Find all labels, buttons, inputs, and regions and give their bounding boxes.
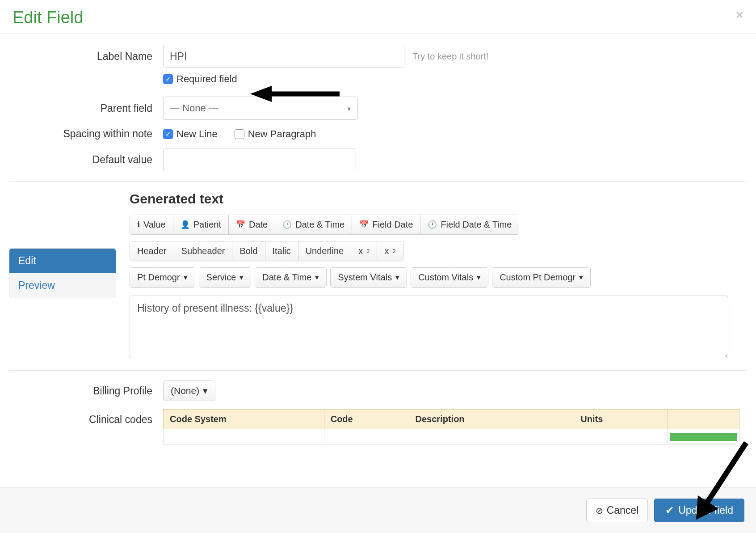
new-paragraph-checkbox[interactable]: [235, 129, 244, 139]
generated-text-heading: Generated text: [130, 191, 747, 207]
format-subheader-button[interactable]: Subheader: [174, 241, 232, 261]
billing-profile-dropdown[interactable]: (None) ▾: [163, 381, 215, 401]
add-code-button[interactable]: [670, 433, 737, 441]
caret-down-icon: ▾: [203, 385, 208, 396]
new-line-checkbox[interactable]: ✓: [163, 129, 173, 139]
parent-field-select[interactable]: — None — ∨: [163, 97, 358, 120]
billing-profile-label: Billing Profile: [9, 385, 163, 397]
cancel-button[interactable]: ⊘ Cancel: [586, 499, 648, 522]
label-name-label: Label Name: [9, 51, 163, 63]
custom-pt-demogr-dropdown[interactable]: Custom Pt Demogr ▾: [492, 267, 591, 288]
default-value-input[interactable]: [163, 148, 356, 171]
label-name-help: Try to keep it short!: [412, 51, 488, 62]
generated-text-textarea[interactable]: [130, 296, 728, 358]
table-row: [164, 429, 739, 444]
format-bold-button[interactable]: Bold: [232, 241, 265, 261]
format-superscript-button[interactable]: x2: [377, 241, 403, 261]
caret-down-icon: ▾: [579, 273, 583, 282]
caret-down-icon: ▾: [315, 273, 319, 282]
caret-down-icon: ▾: [239, 273, 244, 282]
clock-icon: 🕐: [282, 220, 292, 229]
format-subscript-button[interactable]: x2: [351, 241, 377, 261]
calendar-icon: 📅: [236, 220, 245, 229]
clock-icon: 🕐: [428, 220, 437, 229]
cancel-icon: ⊘: [596, 505, 603, 516]
default-value-label: Default value: [9, 154, 163, 166]
col-units: Units: [574, 410, 668, 429]
calendar-icon: 📅: [359, 220, 369, 229]
required-field-label: Required field: [176, 73, 237, 85]
insert-date-button[interactable]: 📅Date: [228, 215, 275, 235]
caret-down-icon: ▾: [477, 273, 481, 282]
label-name-input[interactable]: [163, 45, 404, 68]
update-field-button[interactable]: ✔ Update field: [654, 499, 744, 522]
clinical-codes-label: Clinical codes: [9, 409, 163, 426]
close-icon[interactable]: ×: [735, 8, 743, 21]
new-paragraph-label: New Paragraph: [248, 128, 316, 140]
clinical-codes-table: Code System Code Description Units: [163, 409, 739, 444]
required-field-checkbox[interactable]: ✓: [163, 74, 173, 84]
check-icon: ✔: [665, 504, 674, 516]
modal-title: Edit Field: [13, 8, 83, 27]
format-italic-button[interactable]: Italic: [265, 241, 298, 261]
tab-preview[interactable]: Preview: [9, 273, 116, 298]
col-code: Code: [324, 410, 409, 429]
format-underline-button[interactable]: Underline: [298, 241, 351, 261]
new-line-label: New Line: [176, 128, 218, 140]
chevron-down-icon: ∨: [347, 105, 351, 112]
parent-field-label: Parent field: [9, 102, 163, 114]
service-dropdown[interactable]: Service ▾: [199, 267, 252, 288]
parent-field-value: — None —: [170, 102, 218, 114]
col-code-system: Code System: [164, 410, 324, 429]
insert-field-date-button[interactable]: 📅Field Date: [352, 215, 420, 235]
pt-demogr-dropdown[interactable]: Pt Demogr ▾: [130, 267, 195, 288]
col-description: Description: [409, 410, 574, 429]
system-vitals-dropdown[interactable]: System Vitals ▾: [330, 267, 407, 288]
format-header-button[interactable]: Header: [130, 241, 174, 261]
insert-patient-button[interactable]: 👤Patient: [173, 215, 228, 235]
spacing-label: Spacing within note: [9, 128, 163, 140]
user-icon: 👤: [181, 220, 190, 229]
insert-datetime-button[interactable]: 🕐Date & Time: [275, 215, 352, 235]
tab-edit[interactable]: Edit: [9, 249, 116, 273]
custom-vitals-dropdown[interactable]: Custom Vitals ▾: [411, 267, 488, 288]
insert-value-button[interactable]: ℹValue: [130, 215, 173, 235]
datetime-dropdown[interactable]: Date & Time ▾: [255, 267, 327, 288]
caret-down-icon: ▾: [184, 273, 188, 282]
caret-down-icon: ▾: [395, 273, 399, 282]
insert-field-datetime-button[interactable]: 🕐Field Date & Time: [420, 215, 519, 235]
info-icon: ℹ: [137, 220, 140, 229]
